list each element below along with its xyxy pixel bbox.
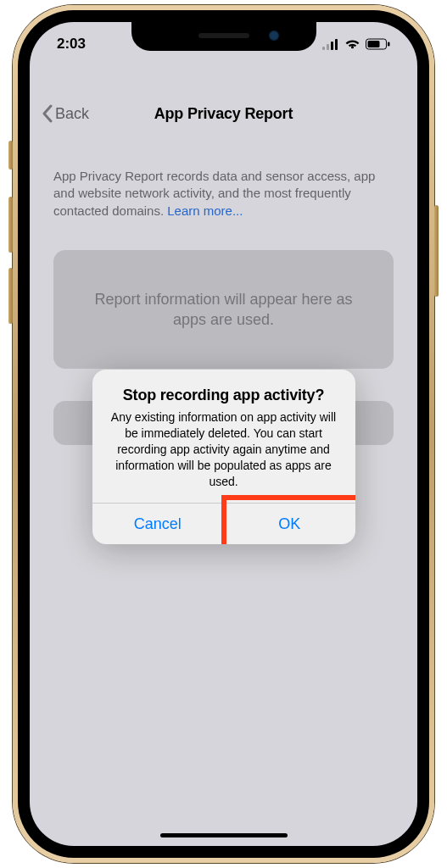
learn-more-link[interactable]: Learn more... xyxy=(167,203,243,218)
report-placeholder-card: Report information will appear here as a… xyxy=(53,250,394,370)
battery-icon xyxy=(366,38,390,50)
front-camera xyxy=(269,31,279,41)
volume-down-button xyxy=(8,268,13,324)
chevron-left-icon xyxy=(42,104,53,123)
alert-title: Stop recording app activity? xyxy=(109,387,338,404)
screen: 2:03 xyxy=(30,22,417,846)
nav-bar: Back App Privacy Report xyxy=(30,95,417,132)
notch xyxy=(131,22,316,51)
svg-rect-1 xyxy=(368,41,380,47)
cellular-icon xyxy=(322,38,339,50)
speaker-grille xyxy=(198,33,249,38)
svg-rect-2 xyxy=(388,42,390,47)
privacy-description: App Privacy Report records data and sens… xyxy=(53,168,394,220)
volume-up-button xyxy=(8,197,13,253)
back-button[interactable]: Back xyxy=(42,104,89,123)
status-time: 2:03 xyxy=(57,36,86,53)
alert-message: Any existing information on app activity… xyxy=(109,409,338,489)
mute-switch xyxy=(8,141,13,170)
back-label: Back xyxy=(55,105,89,123)
phone-frame: 2:03 xyxy=(13,5,434,863)
confirmation-alert: Stop recording app activity? Any existin… xyxy=(92,370,355,544)
side-button xyxy=(434,205,439,297)
home-indicator[interactable] xyxy=(160,833,288,837)
alert-cancel-button[interactable]: Cancel xyxy=(92,504,224,544)
alert-ok-button[interactable]: OK xyxy=(223,504,355,544)
wifi-icon xyxy=(344,38,360,50)
